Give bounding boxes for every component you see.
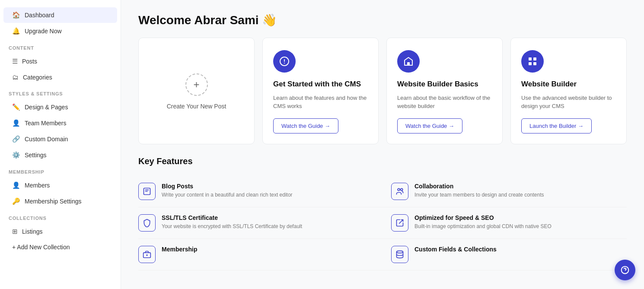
cards-row: + Create Your New Post Get Started with … xyxy=(138,38,627,144)
custom-fields-title: Custom Fields & Collections xyxy=(414,246,497,253)
bell-icon: 🔔 xyxy=(12,27,20,35)
sidebar-item-team[interactable]: 👤 Team Members xyxy=(3,115,117,131)
cms-icon-circle xyxy=(273,50,296,73)
builder-basics-title: Website Builder Basics xyxy=(397,79,478,89)
svg-rect-5 xyxy=(533,62,536,65)
website-builder-desc: Use the advanced website builder to desi… xyxy=(521,94,616,111)
cms-watch-guide-button[interactable]: Watch the Guide → xyxy=(273,118,338,133)
builder-basics-card: Website Builder Basics Learn about the b… xyxy=(386,38,503,144)
cms-card-desc: Learn about the features and how the CMS… xyxy=(273,94,368,111)
collaboration-icon xyxy=(395,187,404,196)
svg-point-12 xyxy=(397,251,403,253)
seo-text: Optimized for Speed & SEO Built-in image… xyxy=(414,214,552,230)
blog-posts-title: Blog Posts xyxy=(162,183,293,190)
listings-icon: ⊞ xyxy=(12,228,18,235)
website-builder-icon-circle xyxy=(521,50,544,73)
sidebar-item-design[interactable]: ✏️ Design & Pages xyxy=(3,99,117,115)
sidebar-item-domain[interactable]: 🔗 Custom Domain xyxy=(3,131,117,147)
styles-section-label: STYLES & SETTINGS xyxy=(0,85,121,99)
svg-point-8 xyxy=(401,188,403,191)
svg-rect-1 xyxy=(407,62,410,65)
svg-rect-2 xyxy=(529,57,532,60)
seo-title: Optimized for Speed & SEO xyxy=(414,214,552,221)
custom-fields-text: Custom Fields & Collections xyxy=(414,246,497,254)
seo-icon xyxy=(395,219,404,227)
categories-icon: 🗂 xyxy=(12,73,19,81)
membership-feature-text: Membership xyxy=(162,246,197,254)
design-icon: ✏️ xyxy=(12,103,20,111)
custom-fields-icon-box xyxy=(391,246,408,263)
membership-feature-title: Membership xyxy=(162,246,197,253)
fab-button[interactable] xyxy=(615,260,635,280)
website-builder-card: Website Builder Use the advanced website… xyxy=(510,38,627,144)
sidebar-item-membership-settings[interactable]: 🔑 Membership Settings xyxy=(3,194,117,209)
builder-basics-watch-guide-button[interactable]: Watch the Guide → xyxy=(397,118,462,133)
sidebar-item-dashboard[interactable]: 🏠 Dashboard xyxy=(3,7,117,23)
membership-section-label: MEMBERSHIP xyxy=(0,163,121,177)
grid-icon xyxy=(527,56,538,67)
launch-builder-button[interactable]: Launch the Builder → xyxy=(521,118,592,133)
blog-icon xyxy=(143,187,151,196)
settings-icon: ⚙️ xyxy=(12,151,20,159)
posts-icon: ☰ xyxy=(12,57,18,65)
create-post-card[interactable]: + Create Your New Post xyxy=(138,38,255,144)
ssl-desc: Your website is encrypted with SSL/TLS C… xyxy=(162,222,302,230)
builder-basics-desc: Learn about the basic workflow of the we… xyxy=(397,94,492,111)
create-post-label: Create Your New Post xyxy=(167,103,226,110)
sidebar: 🏠 Dashboard 🔔 Upgrade Now CONTENT ☰ Post… xyxy=(0,0,121,289)
home-icon: 🏠 xyxy=(12,11,20,19)
svg-rect-3 xyxy=(533,57,536,60)
sidebar-item-upgrade[interactable]: 🔔 Upgrade Now xyxy=(3,23,117,39)
team-icon: 👤 xyxy=(12,119,20,127)
membership-icon-box xyxy=(138,246,156,263)
sidebar-item-categories[interactable]: 🗂 Categories xyxy=(3,70,117,85)
svg-rect-4 xyxy=(529,62,532,65)
key-features-section: Key Features Blog Posts Write your conte… xyxy=(138,156,627,270)
cms-guide-card: Get Started with the CMS Learn about the… xyxy=(262,38,379,144)
collaboration-title: Collaboration xyxy=(414,183,544,190)
custom-fields-icon xyxy=(395,250,404,259)
page-title: Welcome Abrar Sami 👋 xyxy=(138,13,627,27)
add-post-icon: + xyxy=(185,73,208,96)
ssl-icon-box xyxy=(138,214,156,232)
ssl-title: SSL/TLS Certificate xyxy=(162,214,302,221)
collaboration-desc: Invite your team members to design and c… xyxy=(414,191,544,199)
sidebar-item-members[interactable]: 👤 Members xyxy=(3,178,117,193)
blog-posts-text: Blog Posts Write your content in a beaut… xyxy=(162,183,293,199)
membership-icon xyxy=(143,250,151,259)
svg-point-7 xyxy=(398,188,400,191)
feature-collaboration: Collaboration Invite your team members t… xyxy=(383,176,627,207)
home-builder-icon xyxy=(403,56,414,67)
ssl-text: SSL/TLS Certificate Your website is encr… xyxy=(162,214,302,230)
seo-desc: Built-in image optimization and global C… xyxy=(414,222,552,230)
blog-posts-desc: Write your content in a beautiful and cl… xyxy=(162,191,293,199)
builder-basics-icon-circle xyxy=(397,50,420,73)
collaboration-icon-box xyxy=(391,183,408,200)
fab-icon xyxy=(621,266,629,274)
sidebar-item-add-collection[interactable]: + Add New Collection xyxy=(3,240,117,254)
main-content: Welcome Abrar Sami 👋 + Create Your New P… xyxy=(121,0,644,289)
cms-card-title: Get Started with the CMS xyxy=(273,79,361,89)
feature-seo: Optimized for Speed & SEO Built-in image… xyxy=(383,207,627,239)
collaboration-text: Collaboration Invite your team members t… xyxy=(414,183,544,199)
members-icon: 👤 xyxy=(12,181,20,189)
sidebar-item-posts[interactable]: ☰ Posts xyxy=(3,54,117,69)
domain-icon: 🔗 xyxy=(12,135,20,143)
collections-section-label: COLLECTIONS xyxy=(0,210,121,223)
key-features-title: Key Features xyxy=(138,156,627,166)
membership-settings-icon: 🔑 xyxy=(12,197,20,205)
sidebar-item-listings[interactable]: ⊞ Listings xyxy=(3,224,117,239)
features-grid: Blog Posts Write your content in a beaut… xyxy=(138,176,627,270)
feature-ssl: SSL/TLS Certificate Your website is encr… xyxy=(138,207,383,239)
ssl-icon xyxy=(143,219,151,227)
blog-posts-icon-box xyxy=(138,183,156,200)
content-section-label: CONTENT xyxy=(0,39,121,53)
website-builder-title: Website Builder xyxy=(521,79,577,89)
seo-icon-box xyxy=(391,214,408,232)
feature-custom-fields: Custom Fields & Collections xyxy=(383,239,627,270)
sidebar-item-settings[interactable]: ⚙️ Settings xyxy=(3,147,117,163)
info-icon xyxy=(279,56,290,67)
feature-membership: Membership xyxy=(138,239,383,270)
feature-blog-posts: Blog Posts Write your content in a beaut… xyxy=(138,176,383,207)
